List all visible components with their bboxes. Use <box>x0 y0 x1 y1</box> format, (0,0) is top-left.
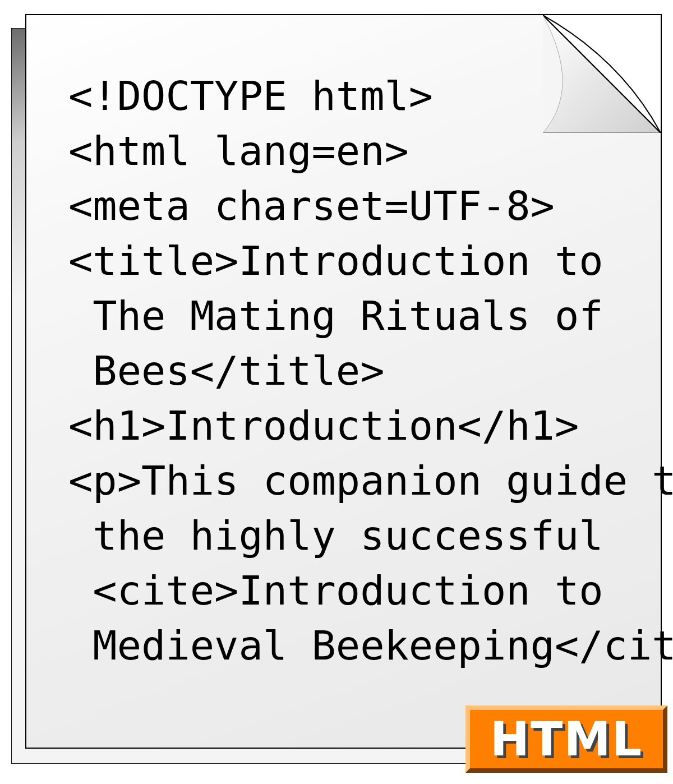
code-line: The Mating Rituals of <box>68 292 603 339</box>
code-line: <h1>Introduction</h1> <box>68 402 579 449</box>
code-line: Bees</title> <box>68 347 385 394</box>
code-line: <!DOCTYPE html> <box>68 72 433 119</box>
code-line: <title>Introduction to <box>68 237 603 284</box>
filetype-badge: HTML <box>465 705 667 773</box>
code-line: <meta charset=UTF-8> <box>68 182 555 229</box>
code-line: the highly successful <box>68 512 603 559</box>
code-line: <p>This companion guide to <box>68 457 673 504</box>
code-line: <html lang=en> <box>68 127 409 174</box>
source-code-block: <!DOCTYPE html> <html lang=en> <meta cha… <box>68 68 673 673</box>
file-icon-canvas: <!DOCTYPE html> <html lang=en> <meta cha… <box>0 0 673 784</box>
document-page: <!DOCTYPE html> <html lang=en> <meta cha… <box>25 14 662 749</box>
code-line: Medieval Beekeeping</cite>… <box>68 622 673 669</box>
filetype-label: HTML <box>490 712 643 767</box>
code-line: <cite>Introduction to <box>68 567 603 614</box>
